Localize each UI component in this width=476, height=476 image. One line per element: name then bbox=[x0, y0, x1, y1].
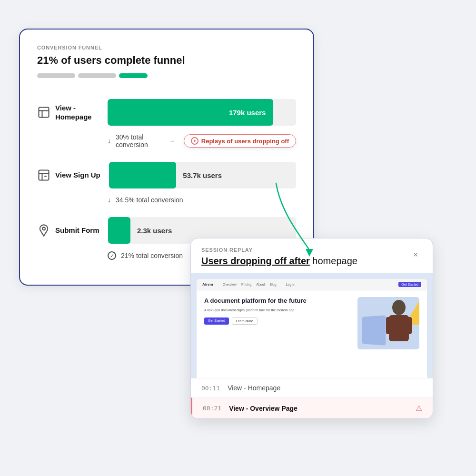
mini-content: A document platform for the future A nex… bbox=[197, 290, 427, 356]
mini-hero-text: A document platform for the future A nex… bbox=[204, 297, 353, 349]
bar-fill-homepage: 179k users bbox=[108, 99, 273, 126]
timeline-time-1: 00:11 bbox=[201, 385, 220, 392]
bar-homepage: 179k users bbox=[108, 99, 296, 126]
replay-badge-text: Replays of users dropping off bbox=[201, 138, 289, 145]
warning-icon: ⚠ bbox=[416, 404, 422, 413]
down-arrow-1: ↓ bbox=[108, 137, 111, 145]
timeline-event-1: View - Homepage bbox=[228, 384, 422, 392]
mini-brand: Airem bbox=[202, 282, 213, 287]
session-title: Users dropping off after homepage bbox=[201, 256, 357, 267]
svg-rect-0 bbox=[39, 108, 49, 118]
timeline-row-1: 00:11 View - Homepage bbox=[191, 378, 433, 397]
bar-submit-users: 2.3k users bbox=[137, 227, 172, 235]
signup-icon bbox=[37, 169, 50, 182]
mini-get-started: Get Started bbox=[204, 317, 229, 325]
session-preview: Airem Overview Pricing About Blog Log In… bbox=[191, 273, 433, 378]
step-homepage-label: View -Homepage bbox=[37, 103, 99, 122]
mini-hero-title: A document platform for the future bbox=[204, 297, 353, 305]
form-icon bbox=[37, 224, 50, 237]
nav-link-4: Blog bbox=[270, 283, 277, 286]
page-icon bbox=[37, 106, 50, 119]
mini-hero-image bbox=[357, 297, 419, 349]
nav-link-2: Pricing bbox=[241, 283, 251, 286]
check-icon: ✓ bbox=[108, 251, 116, 260]
mini-nav-links: Overview Pricing About Blog bbox=[223, 283, 277, 286]
funnel-title: 21% of users complete funnel bbox=[37, 54, 296, 67]
progress-seg-1 bbox=[37, 73, 75, 78]
svg-rect-11 bbox=[386, 317, 393, 334]
conversion-text-1: 30% total conversion bbox=[116, 133, 155, 149]
step-signup-text: View Sign Up bbox=[55, 170, 100, 180]
svg-rect-3 bbox=[39, 170, 49, 180]
close-button[interactable]: × bbox=[409, 248, 422, 261]
conversion-text-3: 21% total conversion bbox=[121, 252, 183, 259]
progress-seg-2 bbox=[78, 73, 116, 78]
session-title-bold: Users dropping off after bbox=[201, 256, 310, 266]
svg-point-7 bbox=[42, 228, 45, 230]
nav-link-1: Overview bbox=[223, 283, 237, 286]
replay-badge[interactable]: Replays of users dropping off bbox=[184, 134, 296, 148]
bar-signup-users: 53.7k users bbox=[183, 171, 222, 179]
mini-login: Log In bbox=[286, 283, 295, 286]
replay-play-icon bbox=[191, 137, 198, 145]
svg-point-9 bbox=[392, 300, 406, 315]
funnel-step-homepage: View -Homepage 179k users bbox=[37, 91, 296, 129]
right-arrow-1: → bbox=[169, 137, 175, 145]
mini-nav: Airem Overview Pricing About Blog Log In… bbox=[197, 279, 427, 290]
progress-bar bbox=[37, 73, 296, 78]
timeline-area: 00:11 View - Homepage 00:21 View - Overv… bbox=[191, 378, 433, 418]
down-arrow-2: ↓ bbox=[108, 196, 111, 204]
session-label: SESSION REPLAY bbox=[201, 247, 357, 253]
mini-cta: Get Started bbox=[398, 282, 421, 287]
scene: CONVERSION FUNNEL 21% of users complete … bbox=[19, 29, 457, 447]
session-replay-card: SESSION REPLAY Users dropping off after … bbox=[190, 238, 433, 419]
step-submit-text: Submit Form bbox=[55, 226, 99, 235]
timeline-time-2: 00:21 bbox=[203, 405, 221, 412]
mini-learn-more: Learn More bbox=[232, 317, 258, 325]
svg-rect-12 bbox=[405, 317, 412, 334]
step-submit-label: Submit Form bbox=[37, 224, 99, 237]
funnel-step-signup: View Sign Up 53.7k users bbox=[37, 154, 296, 192]
session-header: SESSION REPLAY Users dropping off after … bbox=[191, 238, 433, 273]
mini-hero-btns: Get Started Learn More bbox=[204, 317, 353, 325]
timeline-event-2: View - Overview Page bbox=[229, 405, 408, 412]
mini-browser: Airem Overview Pricing About Blog Log In… bbox=[197, 279, 427, 378]
conversion-text-2: 34.5% total conversion bbox=[116, 196, 183, 204]
session-title-rest: homepage bbox=[310, 256, 357, 266]
funnel-label: CONVERSION FUNNEL bbox=[37, 45, 296, 50]
bar-homepage-users: 179k users bbox=[229, 109, 266, 117]
mini-hero-sub: A next-gen document digital platform bui… bbox=[204, 308, 353, 313]
session-header-content: SESSION REPLAY Users dropping off after … bbox=[201, 247, 357, 267]
timeline-row-2[interactable]: 00:21 View - Overview Page ⚠ bbox=[191, 397, 433, 418]
step-homepage-text: View -Homepage bbox=[55, 103, 92, 122]
bar-fill-submit bbox=[108, 217, 130, 244]
step-signup-label: View Sign Up bbox=[37, 169, 100, 182]
person-silhouette bbox=[382, 299, 416, 347]
bar-fill-signup bbox=[109, 162, 177, 188]
conversion-info-1: ↓ 30% total conversion → Replays of user… bbox=[108, 129, 296, 154]
bar-signup: 53.7k users bbox=[109, 162, 296, 188]
conversion-info-2: ↓ 34.5% total conversion bbox=[108, 192, 296, 209]
progress-seg-3 bbox=[119, 73, 148, 78]
nav-link-3: About bbox=[256, 283, 265, 286]
